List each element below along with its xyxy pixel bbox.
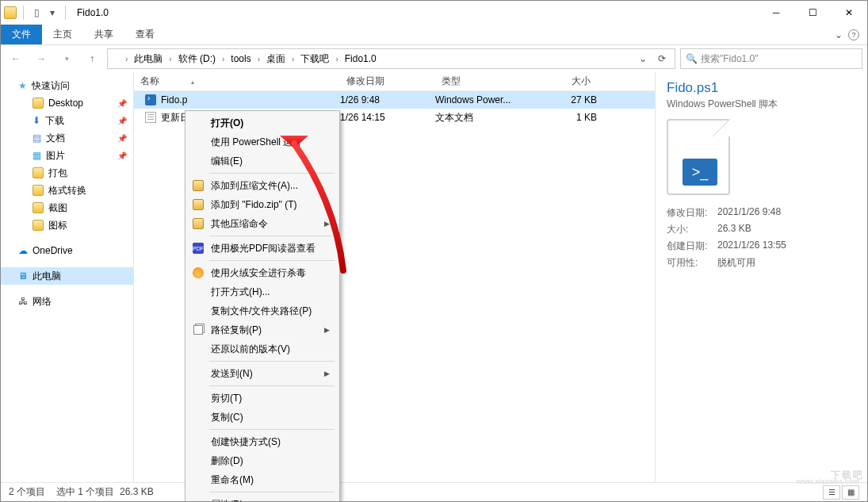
folder-icon <box>33 167 44 178</box>
forward-button[interactable]: → <box>31 48 52 69</box>
quick-access-toolbar: ▯ ▾ <box>1 6 72 20</box>
folder-icon <box>4 6 17 19</box>
breadcrumb[interactable]: 软件 (D:) <box>175 49 219 68</box>
context-menu-item[interactable]: 复制文件/文件夹路径(P) <box>187 301 338 320</box>
search-icon: 🔍 <box>686 53 698 64</box>
context-menu-item[interactable]: 使用 PowerShell 运行 <box>187 132 338 151</box>
context-menu-item[interactable]: 打开方式(H)... <box>187 282 338 301</box>
details-filetype: Windows PowerShell 脚本 <box>667 98 856 111</box>
context-menu-item[interactable]: 使用火绒安全进行杀毒 <box>187 263 338 282</box>
nav-item-documents[interactable]: ▤文档📌 <box>1 129 133 147</box>
breadcrumb[interactable]: 桌面 <box>263 49 289 68</box>
qat-button[interactable]: ▯ <box>30 7 43 18</box>
ribbon-tabs: 文件 主页 共享 查看 ⌄ ? <box>1 25 867 45</box>
maximize-button[interactable]: ☐ <box>794 1 831 25</box>
folder-icon <box>111 53 122 64</box>
address-dropdown-button[interactable]: ⌄ <box>633 49 652 68</box>
nav-item-pictures[interactable]: ▦图片📌 <box>1 147 133 164</box>
breadcrumb[interactable]: tools <box>228 49 254 68</box>
text-file-icon <box>145 112 156 123</box>
qat-button[interactable]: ▾ <box>46 7 59 18</box>
details-pane: Fido.ps1 Windows PowerShell 脚本 >_ 修改日期:2… <box>655 72 867 482</box>
file-tab[interactable]: 文件 <box>1 25 42 44</box>
star-icon: ★ <box>18 80 27 91</box>
context-menu-item[interactable]: 编辑(E) <box>187 151 338 171</box>
navigation-pane: ★快速访问 Desktop📌 ⬇下载📌 ▤文档📌 ▦图片📌 打包 格式转换 截图… <box>1 72 134 482</box>
context-menu-item[interactable]: 添加到压缩文件(A)... <box>187 176 338 195</box>
search-placeholder: 搜索"Fido1.0" <box>701 52 759 66</box>
close-button[interactable]: ✕ <box>831 1 867 25</box>
nav-item[interactable]: 图标 <box>1 217 133 234</box>
breadcrumb[interactable]: 下载吧 <box>297 49 332 68</box>
status-item-count: 2 个项目 <box>9 485 45 499</box>
picture-icon: ▦ <box>33 150 41 161</box>
col-type[interactable]: 类型 <box>435 75 533 88</box>
status-selection: 选中 1 个项目 26.3 KB <box>56 485 154 499</box>
details-filename: Fido.ps1 <box>667 80 856 96</box>
document-icon: ▤ <box>33 132 41 144</box>
address-bar[interactable]: › 此电脑› 软件 (D:)› tools› 桌面› 下载吧› Fido1.0 … <box>107 48 675 69</box>
pin-icon: 📌 <box>117 99 127 108</box>
view-thumbnails-button[interactable]: ▦ <box>842 485 859 500</box>
ribbon-expand-button[interactable]: ⌄ ? <box>827 25 867 44</box>
ribbon-tab-share[interactable]: 共享 <box>83 25 124 44</box>
context-menu-item[interactable]: 路径复制(P)▶ <box>187 320 338 339</box>
nav-item-downloads[interactable]: ⬇下载📌 <box>1 112 133 129</box>
ribbon-tab-view[interactable]: 查看 <box>124 25 166 44</box>
sort-indicator-icon: ▴ <box>191 79 194 86</box>
search-input[interactable]: 🔍 搜索"Fido1.0" <box>680 48 862 69</box>
nav-item[interactable]: 截图 <box>1 199 133 217</box>
context-menu-item[interactable]: 发送到(N)▶ <box>187 364 338 383</box>
nav-item[interactable]: 打包 <box>1 164 133 182</box>
up-button[interactable]: ↑ <box>82 48 102 69</box>
ribbon-tab-home[interactable]: 主页 <box>42 25 83 44</box>
main-area: ★快速访问 Desktop📌 ⬇下载📌 ▤文档📌 ▦图片📌 打包 格式转换 截图… <box>1 72 867 482</box>
powershell-file-icon <box>145 94 156 105</box>
download-icon: ⬇ <box>33 115 40 126</box>
minimize-button[interactable]: ─ <box>758 1 794 25</box>
refresh-button[interactable]: ⟳ <box>652 49 671 68</box>
context-menu-item[interactable]: 属性(R) <box>187 495 338 502</box>
col-date[interactable]: 修改日期 <box>340 75 435 88</box>
nav-onedrive[interactable]: ☁OneDrive <box>1 242 133 259</box>
context-menu-item[interactable]: 剪切(T) <box>187 389 338 408</box>
nav-quick-access[interactable]: ★快速访问 <box>1 77 133 94</box>
context-menu-item[interactable]: 添加到 "Fido.zip" (T) <box>187 195 338 214</box>
context-menu-item[interactable]: 删除(D) <box>187 451 338 470</box>
context-menu-item[interactable]: PDF使用极光PDF阅读器查看 <box>187 239 338 258</box>
address-bar-row: ← → ▾ ↑ › 此电脑› 软件 (D:)› tools› 桌面› 下载吧› … <box>1 45 867 72</box>
folder-icon <box>33 220 44 231</box>
col-name[interactable]: 名称▴ <box>134 75 340 88</box>
submenu-arrow-icon: ▶ <box>324 326 330 334</box>
zip-icon <box>192 217 205 230</box>
nav-network[interactable]: 🖧网络 <box>1 293 133 310</box>
pin-icon: 📌 <box>117 151 127 160</box>
context-menu-item[interactable]: 复制(C) <box>187 408 338 427</box>
folder-icon <box>33 185 44 196</box>
nav-item-desktop[interactable]: Desktop📌 <box>1 94 133 112</box>
context-menu-item[interactable]: 重命名(M) <box>187 470 338 489</box>
breadcrumb[interactable]: 此电脑 <box>131 49 166 68</box>
pin-icon: 📌 <box>117 117 127 125</box>
monitor-icon: 🖥 <box>18 270 28 282</box>
watermark: 下载吧 www.xiazaiba.com <box>831 458 864 484</box>
context-menu-item[interactable]: 打开(O) <box>187 113 338 132</box>
nav-this-pc[interactable]: 🖥此电脑 <box>1 267 133 285</box>
file-row[interactable]: Fido.p 1/26 9:48 Windows Power... 27 KB <box>134 91 655 109</box>
column-headers: 名称▴ 修改日期 类型 大小 <box>134 72 655 91</box>
window-controls: ─ ☐ ✕ <box>758 1 867 25</box>
breadcrumb[interactable]: Fido1.0 <box>342 49 380 68</box>
col-size[interactable]: 大小 <box>533 75 597 88</box>
zip-icon <box>192 179 205 192</box>
view-details-button[interactable]: ☰ <box>823 485 840 500</box>
context-menu-item[interactable]: 其他压缩命令▶ <box>187 214 338 233</box>
context-menu-item[interactable]: 创建快捷方式(S) <box>187 432 338 451</box>
details-file-icon: >_ <box>667 119 730 195</box>
nav-item[interactable]: 格式转换 <box>1 182 133 199</box>
folder-icon <box>33 202 44 213</box>
back-button[interactable]: ← <box>6 48 26 69</box>
recent-button[interactable]: ▾ <box>56 48 77 69</box>
context-menu-item[interactable]: 还原以前的版本(V) <box>187 339 338 358</box>
details-metadata: 修改日期:2021/1/26 9:48 大小:26.3 KB 创建日期:2021… <box>667 206 856 270</box>
zip-icon <box>192 198 205 211</box>
